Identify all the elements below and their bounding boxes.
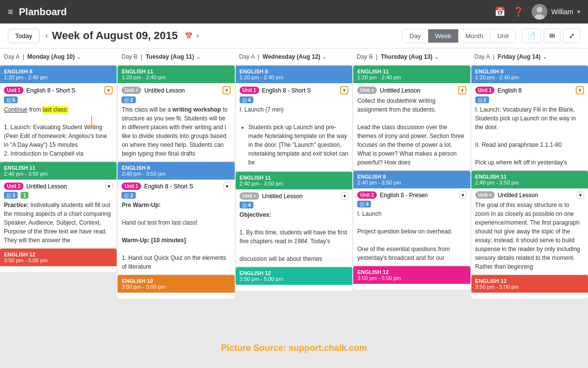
lesson-header: ENGLISH 123:50 pm - 5:00 pm (0, 249, 117, 266)
time-label: 3:50 pm - 5:00 pm (357, 275, 401, 281)
mail-action-button[interactable]: ✉ (544, 28, 561, 43)
hamburger-icon[interactable]: ≡ (8, 7, 13, 17)
lesson-content: I. Launch (7 min)Students pick up Launch… (240, 105, 348, 167)
prev-week-button[interactable]: ‹ (46, 31, 48, 40)
day-col-2: ENGLISH 81:20 pm - 2:40 pmUnit 1English … (236, 66, 352, 368)
count-badge: 2 (475, 96, 489, 103)
svg-rect-7 (242, 98, 247, 103)
count-badge-2: 1 (21, 192, 28, 199)
lesson-body: Unit 1English 8 - Short S▾5Continue from… (0, 83, 117, 161)
lesson-card[interactable]: ENGLISH 103:50 pm - 5:00 pm (118, 275, 234, 299)
time-label: 1:20 pm - 2:40 pm (475, 74, 519, 80)
count-badge: 4 (240, 96, 253, 103)
time-label: 1:20 pm - 2:40 pm (357, 74, 401, 80)
lesson-dropdown-button[interactable]: ▾ (459, 191, 466, 199)
lesson-dropdown-button[interactable]: ▾ (223, 183, 231, 190)
lesson-card[interactable]: ENGLISH 123:50 pm - 5:00 pm (471, 275, 588, 299)
lesson-name: English 8 - Presen (380, 192, 456, 199)
svg-point-1 (537, 7, 542, 13)
unit-view-button[interactable]: Unit (490, 29, 515, 43)
lesson-dropdown-button[interactable]: ▾ (458, 86, 466, 94)
lesson-body (118, 293, 234, 299)
calendar-outer: ↓ Day A | Monday (Aug 10) ⌄ Day B | Tues… (0, 48, 588, 368)
subject-label: ENGLISH 12 (4, 252, 35, 257)
lesson-card[interactable]: ENGLISH 82:40 pm - 3:50 pmUnit 1English … (353, 171, 470, 265)
week-calendar-icon[interactable]: 📅 (185, 32, 193, 40)
time-label: 2:40 pm - 3:50 pm (357, 180, 401, 185)
lesson-dropdown-button[interactable]: ▾ (340, 86, 348, 94)
lesson-dropdown-button[interactable]: ▾ (577, 191, 584, 199)
day-header-0: Day A | Monday (Aug 10) ⌄ (0, 51, 118, 62)
today-button[interactable]: Today (8, 29, 40, 43)
count-badge: 4 (240, 202, 253, 208)
lesson-content: Practice: Individually students will fil… (4, 201, 113, 245)
lesson-content: The goal of this essay structure is to z… (475, 201, 584, 271)
next-week-button[interactable]: › (196, 31, 199, 40)
count-row: 31 (4, 192, 113, 199)
lesson-dropdown-button[interactable]: ▾ (341, 192, 348, 200)
svg-rect-9 (360, 202, 365, 207)
unit-badge: Unit 1 (475, 87, 495, 94)
lesson-dropdown-button[interactable]: ▾ (576, 86, 584, 94)
week-view-button[interactable]: Week (428, 29, 459, 43)
lesson-card[interactable]: ENGLISH 111:20 pm - 2:40 pmUnit +Untitle… (118, 66, 234, 161)
lesson-card[interactable]: ENGLISH 123:50 pm - 5:00 pm (0, 249, 117, 272)
lesson-card[interactable]: ENGLISH 81:20 pm - 2:40 pmUnit 1English … (0, 66, 117, 161)
lesson-header: ENGLISH 123:50 pm - 5:00 pm (353, 266, 470, 284)
unit-badge: Unit 1 (122, 183, 141, 190)
time-label: 1:20 pm - 2:40 pm (122, 74, 165, 80)
nav-icons: 📅 ❓ William ▾ (494, 4, 580, 20)
unit-row: Unit +Untitled Lesson▾ (240, 192, 348, 200)
week-title: Week of August 09, 2015 (52, 29, 178, 42)
lesson-card[interactable]: ENGLISH 82:40 pm - 3:50 pmUnit 1English … (118, 162, 234, 274)
month-view-button[interactable]: Month (459, 29, 490, 43)
lesson-card[interactable]: ENGLISH 81:20 pm - 2:40 pmUnit 1English … (236, 66, 352, 171)
unit-badge: Unit 2 (4, 183, 24, 190)
day-col-3: ENGLISH 111:20 pm - 2:40 pmUnit +Untitle… (353, 66, 470, 368)
lesson-body: Unit 1English 8 - Short S▾4I. Launch (7 … (236, 83, 352, 171)
lesson-header: ENGLISH 81:20 pm - 2:40 pm (0, 66, 117, 83)
day-col-1: ENGLISH 111:20 pm - 2:40 pmUnit +Untitle… (118, 66, 234, 368)
day-header-1: Day B | Tuesday (Aug 11) ⌄ (118, 51, 235, 62)
lesson-card[interactable]: ENGLISH 123:50 pm - 5:00 pm (353, 266, 470, 290)
unit-badge: Unit 1 (4, 87, 24, 94)
lesson-name: English 8 (497, 87, 573, 94)
time-label: 2:40 pm - 3:50 pm (240, 181, 283, 186)
lesson-card[interactable]: ENGLISH 123:50 pm - 5:00 pm (236, 267, 352, 291)
share-action-button[interactable]: ⤢ (564, 28, 580, 43)
day-view-button[interactable]: Day (403, 29, 428, 43)
subject-label: ENGLISH 8 (4, 69, 32, 74)
lesson-card[interactable]: ENGLISH 112:40 pm - 3:50 pmUnit +Untitle… (236, 172, 352, 266)
lesson-body: Unit 1English 8 - Short S▾2Pre Warm-Up:H… (118, 180, 234, 274)
time-label: 3:50 pm - 5:00 pm (4, 257, 48, 263)
time-label: 3:50 pm - 5:00 pm (475, 284, 519, 290)
lesson-header: ENGLISH 123:50 pm - 5:00 pm (471, 275, 588, 293)
lesson-card[interactable]: ENGLISH 81:20 pm - 2:40 pmUnit 1English … (471, 66, 588, 170)
svg-rect-10 (478, 98, 483, 103)
count-row: 2 (122, 192, 230, 199)
lesson-header: ENGLISH 112:40 pm - 3:50 pm (0, 162, 117, 180)
lesson-card[interactable]: ENGLISH 112:40 pm - 3:50 pmUnit +Untitle… (471, 171, 588, 274)
user-menu[interactable]: William ▾ (532, 4, 580, 20)
lesson-name: Untitled Lesson (26, 183, 103, 190)
lesson-name: English 8 - Short S (262, 87, 338, 94)
lesson-dropdown-button[interactable]: ▾ (104, 86, 113, 94)
count-badge: 2 (122, 192, 135, 199)
count-badge: 5 (4, 96, 18, 103)
calendar-icon[interactable]: 📅 (494, 6, 505, 17)
lesson-card[interactable]: ENGLISH 111:20 pm - 2:40 pmUnit +Untitle… (353, 66, 470, 170)
time-label: 2:40 pm - 3:50 pm (4, 171, 48, 177)
doc-action-button[interactable]: 📄 (522, 28, 541, 43)
unit-row: Unit +Untitled Lesson▾ (475, 191, 584, 199)
day-col-4: ENGLISH 81:20 pm - 2:40 pmUnit 1English … (471, 66, 588, 368)
subject-label: ENGLISH 12 (357, 269, 389, 275)
lesson-card[interactable]: ENGLISH 112:40 pm - 3:50 pmUnit 2Untitle… (0, 162, 117, 248)
lesson-body: Unit 1English 8▾2I. Launch: Vocabulary F… (471, 83, 588, 170)
help-icon[interactable]: ❓ (513, 6, 524, 17)
count-badge: 2 (122, 96, 135, 103)
lesson-dropdown-button[interactable]: ▾ (222, 86, 231, 94)
count-row: 5 (4, 96, 113, 103)
username-label: William (551, 8, 573, 16)
unit-badge: Unit + (122, 87, 141, 94)
lesson-dropdown-button[interactable]: ▾ (105, 183, 113, 190)
